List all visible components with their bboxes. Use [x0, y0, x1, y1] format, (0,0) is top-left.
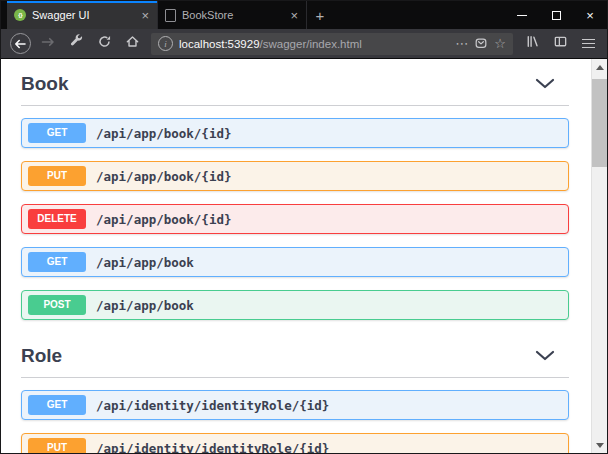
endpoint-list: GET /api/identity/identityRole/{id} PUT … — [21, 390, 569, 453]
scroll-down-button[interactable] — [592, 437, 607, 453]
sections: Book GET /api/app/book/{id} PUT /api/app… — [21, 61, 569, 453]
method-badge: PUT — [28, 166, 86, 186]
url-text: localhost:53929/swagger/index.html — [179, 38, 362, 50]
back-button[interactable] — [7, 31, 33, 57]
page-favicon — [165, 9, 176, 22]
sidebar-icon — [553, 34, 568, 53]
browser-window: { } Swagger UI × BookStore × + × — [0, 0, 608, 454]
chevron-down-icon[interactable] — [535, 75, 555, 93]
close-tab-icon[interactable]: × — [289, 9, 299, 22]
method-badge: GET — [28, 395, 86, 415]
bookmark-star-icon[interactable]: ☆ — [494, 37, 506, 50]
titlebar-drag-area — [333, 1, 505, 29]
endpoint-path: /api/app/book — [96, 255, 194, 270]
minimize-button[interactable] — [505, 1, 539, 29]
swagger-page: Book GET /api/app/book/{id} PUT /api/app… — [1, 59, 591, 453]
section-title: Role — [21, 345, 62, 367]
site-info-icon[interactable]: i — [158, 36, 173, 51]
sidebar-button[interactable] — [547, 31, 573, 57]
library-icon — [525, 34, 540, 53]
endpoint-list: GET /api/app/book/{id} PUT /api/app/book… — [21, 118, 569, 320]
endpoint-path: /api/app/book — [96, 298, 194, 313]
endpoint-row[interactable]: GET /api/identity/identityRole/{id} — [21, 390, 569, 420]
back-icon — [10, 33, 31, 54]
endpoint-row[interactable]: GET /api/app/book — [21, 247, 569, 277]
scroll-up-icon — [596, 65, 604, 70]
tab-title: Swagger UI — [32, 9, 134, 21]
swagger-favicon: { } — [14, 9, 26, 21]
refresh-icon — [97, 34, 112, 53]
api-section: Role GET /api/identity/identityRole/{id}… — [21, 333, 569, 453]
maximize-icon — [552, 11, 561, 20]
hamburger-menu-icon — [582, 36, 595, 50]
endpoint-row[interactable]: PUT /api/app/book/{id} — [21, 161, 569, 191]
titlebar: { } Swagger UI × BookStore × + × — [1, 1, 607, 29]
chevron-down-icon[interactable] — [535, 347, 555, 365]
url-bar[interactable]: i localhost:53929/swagger/index.html ⋯ ☆ — [151, 33, 513, 55]
section-header[interactable]: Book — [21, 61, 569, 106]
tab-swagger-ui[interactable]: { } Swagger UI × — [7, 1, 157, 29]
scroll-up-button[interactable] — [592, 59, 607, 75]
navigation-toolbar: i localhost:53929/swagger/index.html ⋯ ☆ — [1, 29, 607, 59]
menu-button[interactable] — [575, 31, 601, 57]
tools-button[interactable] — [63, 31, 89, 57]
tab-title: BookStore — [182, 9, 283, 21]
method-badge: PUT — [28, 438, 86, 453]
section-header[interactable]: Role — [21, 333, 569, 378]
scrollbar-thumb[interactable] — [592, 79, 607, 167]
close-tab-icon[interactable]: × — [140, 9, 150, 22]
endpoint-path: /api/app/book/{id} — [96, 126, 231, 141]
scroll-down-icon — [596, 443, 604, 448]
vertical-scrollbar[interactable] — [591, 59, 607, 453]
method-badge: GET — [28, 252, 86, 272]
section-title: Book — [21, 73, 69, 95]
refresh-button[interactable] — [91, 31, 117, 57]
pocket-icon[interactable] — [474, 36, 488, 52]
new-tab-button[interactable]: + — [307, 1, 333, 29]
endpoint-path: /api/app/book/{id} — [96, 169, 231, 184]
close-button[interactable]: × — [573, 1, 607, 29]
method-badge: GET — [28, 123, 86, 143]
endpoint-row[interactable]: PUT /api/identity/identityRole/{id} — [21, 433, 569, 453]
url-host: localhost:53929 — [179, 38, 260, 50]
forward-icon — [41, 35, 55, 53]
endpoint-path: /api/app/book/{id} — [96, 212, 231, 227]
minimize-icon — [517, 15, 527, 16]
endpoint-row[interactable]: GET /api/app/book/{id} — [21, 118, 569, 148]
method-badge: DELETE — [28, 209, 86, 229]
tab-bookstore[interactable]: BookStore × — [157, 1, 307, 29]
forward-button[interactable] — [35, 31, 61, 57]
endpoint-path: /api/identity/identityRole/{id} — [96, 398, 329, 413]
endpoint-path: /api/identity/identityRole/{id} — [96, 441, 329, 454]
endpoint-row[interactable]: POST /api/app/book — [21, 290, 569, 320]
page-actions-icon[interactable]: ⋯ — [455, 36, 468, 51]
endpoint-row[interactable]: DELETE /api/app/book/{id} — [21, 204, 569, 234]
home-icon — [125, 34, 140, 53]
api-section: Book GET /api/app/book/{id} PUT /api/app… — [21, 61, 569, 320]
wrench-icon — [69, 34, 84, 53]
library-button[interactable] — [519, 31, 545, 57]
maximize-button[interactable] — [539, 1, 573, 29]
method-badge: POST — [28, 295, 86, 315]
url-path: /swagger/index.html — [260, 38, 362, 50]
home-button[interactable] — [119, 31, 145, 57]
